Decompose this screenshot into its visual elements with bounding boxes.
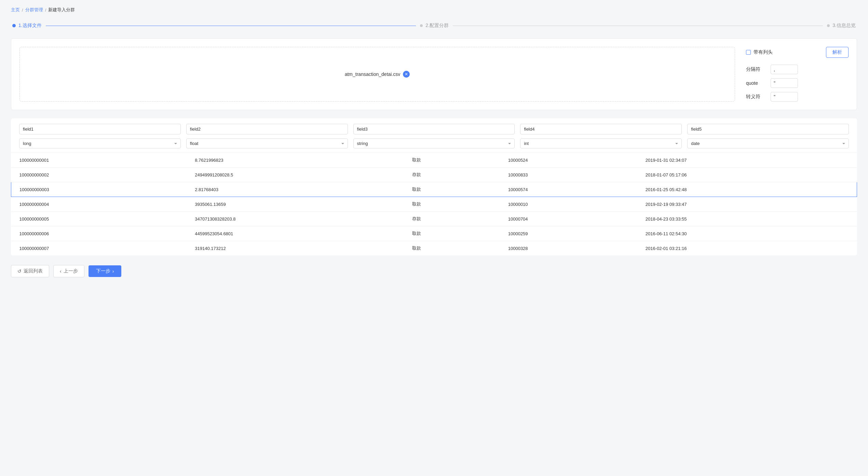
table-cell: 取款	[404, 226, 500, 241]
prev-button[interactable]: ‹ 上一步	[53, 265, 84, 277]
fields-row	[11, 118, 857, 138]
type4-select[interactable]: long int float string date	[520, 138, 682, 148]
quote-row: quote	[746, 78, 849, 88]
table-cell: 取款	[404, 197, 500, 212]
field2-input[interactable]	[186, 124, 348, 134]
field4-input[interactable]	[520, 124, 682, 134]
step-3: 3.信息总览	[827, 23, 856, 29]
breadcrumb-current: 新建导入分群	[48, 7, 75, 13]
table-cell: 10000833	[500, 168, 637, 182]
steps-bar: 1.选择文件 2.配置分群 3.信息总览	[11, 23, 857, 29]
table-cell: 2.81768403	[187, 182, 404, 197]
step-2-label: 2.配置分群	[425, 23, 449, 29]
config-top-row: 带有列头 解析	[746, 47, 849, 58]
table-cell: 存款	[404, 168, 500, 182]
prev-label: 上一步	[64, 268, 78, 274]
has-header-checkbox[interactable]	[746, 50, 751, 55]
breadcrumb-sep2: /	[45, 8, 46, 13]
table-row[interactable]: 100000000007319140.173212取款100003282016-…	[11, 241, 857, 256]
table-cell: 取款	[404, 182, 500, 197]
breadcrumb: 主页 / 分群管理 / 新建导入分群	[11, 7, 857, 13]
file-name-container: atm_transaction_detai.csv ✕	[345, 71, 410, 78]
type1-select[interactable]: long int float string date	[19, 138, 181, 148]
quote-input[interactable]	[771, 78, 798, 88]
escape-input[interactable]	[771, 92, 798, 102]
table-cell: 10000328	[500, 241, 637, 256]
config-fields: 分隔符 quote 转义符	[746, 65, 849, 102]
table-cell: 319140.173212	[187, 241, 404, 256]
type-select-cell-4: long int float string date	[517, 138, 684, 148]
separator-row: 分隔符	[746, 65, 849, 74]
table-row[interactable]: 1000000000032.81768403取款100005742016-01-…	[11, 182, 857, 197]
table-cell: 100000000006	[11, 226, 187, 241]
table-cell: 存款	[404, 212, 500, 226]
field3-input[interactable]	[353, 124, 515, 134]
table-cell: 8.7621996823	[187, 153, 404, 168]
step-1-dot	[12, 24, 16, 27]
table-cell: 100000000007	[11, 241, 187, 256]
next-button[interactable]: 下一步 ›	[89, 265, 122, 277]
table-cell: 10000010	[500, 197, 637, 212]
step-line-1	[46, 26, 416, 26]
file-upload-area[interactable]: atm_transaction_detai.csv ✕	[19, 47, 735, 102]
table-cell: 100000000003	[11, 182, 187, 197]
table-cell: 10000259	[500, 226, 637, 241]
field-input-cell-1	[16, 124, 184, 138]
step-2-dot	[420, 24, 423, 27]
data-table-container: 1000000000018.7621996823取款100005242019-0…	[11, 153, 857, 255]
table-panel: long int float string date long int floa…	[11, 118, 857, 255]
field-input-cell-2	[184, 124, 351, 138]
separator-input[interactable]	[771, 65, 798, 74]
type-select-cell-2: long int float string date	[184, 138, 351, 148]
step-1-label: 1.选择文件	[18, 23, 42, 29]
type-select-cell-5: long int float string date	[684, 138, 852, 148]
table-cell: 100000000005	[11, 212, 187, 226]
escape-label: 转义符	[746, 94, 767, 100]
table-cell: 100000000004	[11, 197, 187, 212]
table-row[interactable]: 10000000000644599523054.6801取款1000025920…	[11, 226, 857, 241]
next-icon: ›	[112, 268, 114, 274]
table-cell: 取款	[404, 153, 500, 168]
table-row[interactable]: 100000000005347071308328203.8存款100007042…	[11, 212, 857, 226]
bottom-bar: ↺ 返回列表 ‹ 上一步 下一步 ›	[11, 265, 857, 277]
breadcrumb-sep1: /	[22, 8, 23, 13]
step-3-dot	[827, 24, 830, 27]
table-cell: 2018-01-07 05:17:06	[637, 168, 857, 182]
analyze-button[interactable]: 解析	[826, 47, 849, 58]
step-line-2	[453, 26, 823, 26]
config-right: 带有列头 解析 分隔符 quote 转义符	[746, 47, 849, 102]
table-cell: 100000000002	[11, 168, 187, 182]
field5-input[interactable]	[687, 124, 849, 134]
back-list-icon: ↺	[17, 268, 22, 274]
table-cell: 2019-02-19 09:33:47	[637, 197, 857, 212]
step-3-label: 3.信息总览	[832, 23, 856, 29]
back-list-button[interactable]: ↺ 返回列表	[11, 265, 49, 277]
breadcrumb-group[interactable]: 分群管理	[25, 7, 43, 13]
next-label: 下一步	[96, 268, 110, 274]
table-cell: 3935061.13659	[187, 197, 404, 212]
table-cell: 10000524	[500, 153, 637, 168]
table-cell: 44599523054.6801	[187, 226, 404, 241]
breadcrumb-home[interactable]: 主页	[11, 7, 20, 13]
has-header-label: 带有列头	[754, 49, 773, 55]
table-row[interactable]: 1000000000043935061.13659取款100000102019-…	[11, 197, 857, 212]
type3-select[interactable]: long int float string date	[353, 138, 515, 148]
page-wrapper: 主页 / 分群管理 / 新建导入分群 1.选择文件 2.配置分群 3.信息总览 …	[0, 0, 868, 476]
type5-select[interactable]: long int float string date	[687, 138, 849, 148]
escape-row: 转义符	[746, 92, 849, 102]
table-cell: 24949991208028.5	[187, 168, 404, 182]
field1-input[interactable]	[19, 124, 181, 134]
field-input-cell-4	[517, 124, 684, 138]
table-row[interactable]: 1000000000018.7621996823取款100005242019-0…	[11, 153, 857, 168]
config-panel: atm_transaction_detai.csv ✕ 带有列头 解析 分隔符 …	[11, 38, 857, 110]
file-remove-button[interactable]: ✕	[403, 71, 410, 78]
table-row[interactable]: 10000000000224949991208028.5存款1000083320…	[11, 168, 857, 182]
table-cell: 2018-04-23 03:33:55	[637, 212, 857, 226]
step-2: 2.配置分群	[420, 23, 449, 29]
type-row: long int float string date long int floa…	[11, 138, 857, 153]
back-list-label: 返回列表	[24, 268, 43, 274]
table-cell: 2016-01-25 05:42:48	[637, 182, 857, 197]
table-cell: 2019-01-31 02:34:07	[637, 153, 857, 168]
type2-select[interactable]: long int float string date	[186, 138, 348, 148]
table-cell: 10000574	[500, 182, 637, 197]
